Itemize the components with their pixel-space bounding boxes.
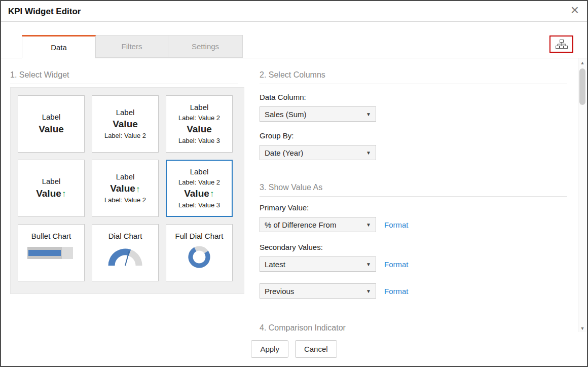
widget-value: Value	[39, 124, 64, 135]
group-by-dropdown[interactable]: Date (Year) ▼	[260, 145, 376, 160]
cancel-button[interactable]: Cancel	[295, 340, 337, 358]
widget-subvalue: Label: Value 2	[104, 132, 146, 140]
widget-chart-title: Dial Chart	[108, 232, 142, 240]
comparison-indicator-heading: 4. Comparison Indicator	[260, 323, 567, 333]
dropdown-arrow-icon: ▼	[366, 112, 371, 117]
widget-subvalue: Label: Value 2	[178, 114, 220, 122]
primary-format-link[interactable]: Format	[384, 221, 409, 229]
select-columns-heading: 2. Select Columns	[260, 70, 567, 84]
group-by-value: Date (Year)	[265, 149, 303, 157]
secondary-value-2-dropdown[interactable]: Previous ▼	[260, 283, 376, 299]
widget-grid: Label Value Label Value Label: Value 2 L…	[10, 87, 244, 294]
widget-value: Value	[113, 119, 138, 130]
dropdown-arrow-icon: ▼	[366, 150, 371, 156]
close-icon[interactable]: ×	[571, 3, 579, 18]
scroll-up-icon[interactable]: ▲	[578, 59, 586, 67]
trend-up-icon: ↑	[62, 189, 66, 198]
secondary-value-1: Latest	[265, 260, 285, 269]
widget-card-bullet-chart[interactable]: Bullet Chart	[18, 224, 85, 281]
widget-subvalue: Label: Value 2	[178, 178, 220, 187]
dialog-content: 1. Select Widget Label Value Label Value…	[1, 58, 587, 333]
dropdown-arrow-icon: ▼	[366, 288, 371, 294]
secondary-format-link-2[interactable]: Format	[384, 287, 409, 296]
dialog-title: KPI Widget Editor	[8, 1, 81, 22]
data-column-dropdown[interactable]: Sales (Sum) ▼	[260, 106, 376, 122]
group-by-label: Group By:	[260, 131, 567, 140]
footer-bar: Apply Cancel	[1, 332, 587, 366]
widget-value: Value	[187, 124, 212, 135]
dropdown-arrow-icon: ▼	[366, 222, 371, 228]
widget-label: Label	[116, 108, 135, 118]
chart-type-button[interactable]	[549, 35, 573, 53]
tab-settings[interactable]: Settings	[168, 35, 243, 58]
scroll-down-icon[interactable]: ▼	[578, 324, 586, 333]
widget-card-label-value-sub[interactable]: Label Value Label: Value 2	[92, 95, 159, 153]
widget-chart-title: Full Dial Chart	[175, 232, 223, 240]
right-pane: 2. Select Columns Data Column: Sales (Su…	[260, 70, 567, 333]
full-dial-chart-icon	[188, 245, 211, 269]
secondary-format-link-1[interactable]: Format	[384, 260, 409, 269]
widget-card-trend-sub[interactable]: Label Value ↑ Label: Value 2	[92, 160, 159, 217]
widget-subvalue: Label: Value 3	[178, 137, 220, 145]
widget-card-full-dial-chart[interactable]: Full Dial Chart	[166, 224, 233, 281]
scrollbar[interactable]: ▲ ▼	[578, 58, 586, 333]
widget-card-label-two-subs[interactable]: Label Label: Value 2 Value Label: Value …	[166, 95, 233, 153]
secondary-values-label: Secondary Values:	[260, 242, 567, 252]
widget-card-label-value[interactable]: Label Value	[18, 95, 85, 153]
widget-label: Label	[190, 167, 209, 177]
widget-label: Label	[190, 103, 209, 113]
widget-subvalue: Label: Value 2	[104, 196, 146, 204]
secondary-value-1-dropdown[interactable]: Latest ▼	[260, 256, 376, 272]
secondary-value-2: Previous	[265, 287, 294, 296]
widget-card-dial-chart[interactable]: Dial Chart	[92, 224, 159, 281]
widget-label: Label	[42, 177, 61, 187]
widget-label: Label	[116, 172, 135, 182]
widget-chart-title: Bullet Chart	[31, 232, 71, 240]
show-value-as-heading: 3. Show Value As	[260, 182, 567, 197]
widget-value: Value	[36, 188, 61, 200]
trend-up-icon: ↑	[210, 189, 214, 198]
primary-value-dropdown[interactable]: % of Difference From ▼	[260, 217, 376, 232]
primary-value: % of Difference From	[265, 221, 336, 229]
widget-label: Label	[42, 113, 61, 122]
widget-card-trend-two-subs-selected[interactable]: Label Label: Value 2 Value ↑ Label: Valu…	[166, 160, 233, 217]
kpi-widget-editor-dialog: KPI Widget Editor × Data Filters Setting…	[0, 0, 588, 367]
sitemap-icon	[556, 40, 568, 49]
dial-chart-icon	[105, 245, 145, 268]
widget-value: Value	[110, 183, 135, 195]
primary-value-label: Primary Value:	[260, 203, 567, 212]
tab-data[interactable]: Data	[22, 35, 96, 58]
trend-up-icon: ↑	[136, 185, 140, 194]
bullet-chart-icon	[27, 245, 75, 261]
apply-button[interactable]: Apply	[251, 340, 288, 358]
dropdown-arrow-icon: ▼	[366, 262, 371, 267]
data-column-value: Sales (Sum)	[265, 110, 307, 119]
widget-card-trend[interactable]: Label Value ↑	[18, 160, 85, 217]
title-bar: KPI Widget Editor ×	[1, 1, 587, 22]
widget-subvalue: Label: Value 3	[178, 201, 220, 209]
tab-filters[interactable]: Filters	[96, 35, 168, 58]
select-widget-heading: 1. Select Widget	[10, 70, 238, 84]
data-column-label: Data Column:	[260, 92, 567, 102]
widget-value: Value	[184, 188, 209, 200]
scrollbar-thumb[interactable]	[579, 68, 585, 105]
